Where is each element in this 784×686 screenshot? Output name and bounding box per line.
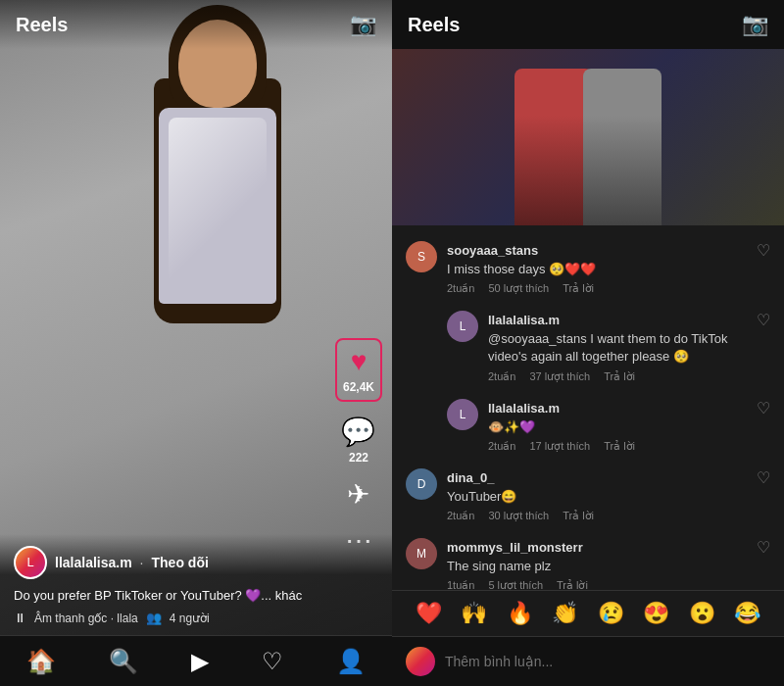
emoji-love[interactable]: 😍	[643, 601, 669, 626]
comment-text: YouTuber😄	[447, 488, 747, 506]
thumb-people	[392, 49, 784, 225]
left-panel: Reels 📷 ♥ 62,4K 💬 222 ✈	[0, 0, 392, 686]
comment-time: 1tuần	[447, 579, 474, 590]
commenter-username[interactable]: llalalalisa.m	[488, 313, 560, 327]
comment-meta: 2tuần 50 lượt thích Trả lời	[447, 282, 747, 295]
reply-button[interactable]: Trả lời	[604, 440, 635, 453]
video-actions: ♥ 62,4K 💬 222 ✈ ⋯	[335, 338, 382, 557]
right-camera-icon[interactable]: 📷	[742, 12, 768, 37]
people-icon: 👥	[146, 611, 162, 625]
comment-meta: 2tuần 30 lượt thích Trả lời	[447, 510, 747, 522]
comment-button[interactable]: 💬 222	[341, 416, 375, 465]
left-title: Reels	[16, 14, 68, 36]
reply-button[interactable]: Trả lời	[604, 370, 635, 383]
comment-body: llalalalisa.m @sooyaaa_stans I want them…	[488, 311, 747, 382]
like-comment-button[interactable]: ♡	[757, 311, 770, 329]
right-title: Reels	[408, 14, 460, 36]
like-comment-button[interactable]: ♡	[757, 241, 770, 260]
commenter-username[interactable]: sooyaaa_stans	[447, 243, 538, 258]
emoji-laugh[interactable]: 😂	[734, 601, 760, 626]
emoji-row: ❤️ 🙌 🔥 👏 😢 😍 😮 😂	[392, 590, 784, 636]
audio-row: ⏸ Âm thanh gốc · llala 👥 4 người	[14, 611, 378, 625]
bottom-nav: 🏠 🔍 ▶ ♡ 👤	[0, 635, 392, 686]
like-comment-button[interactable]: ♡	[757, 538, 770, 557]
comment-body: mommys_lil_monsterr The sing name plz 1t…	[447, 538, 747, 590]
nav-search[interactable]: 🔍	[109, 648, 138, 675]
body-shine	[169, 118, 267, 294]
user-avatar: L	[14, 546, 47, 579]
like-comment-button[interactable]: ♡	[757, 468, 770, 487]
share-button[interactable]: ✈	[347, 478, 369, 511]
reply-button[interactable]: Trả lời	[557, 579, 588, 590]
right-video-thumb	[392, 49, 784, 225]
commenter-avatar: D	[406, 468, 437, 500]
comment-text: The sing name plz	[447, 558, 747, 575]
username-label[interactable]: llalalalisa.m	[55, 555, 132, 570]
emoji-cry[interactable]: 😢	[598, 601, 624, 626]
emoji-fire[interactable]: 🔥	[507, 601, 533, 626]
follow-button[interactable]: Theo dõi	[152, 555, 209, 570]
add-comment-input[interactable]	[445, 654, 770, 669]
add-comment-row	[392, 636, 784, 686]
like-comment-button[interactable]: ♡	[757, 399, 770, 417]
nav-home[interactable]: 🏠	[26, 648, 56, 675]
emoji-wow[interactable]: 😮	[689, 601, 715, 626]
comment-time: 2tuần	[488, 440, 515, 453]
nav-reels[interactable]: ▶	[191, 648, 209, 675]
reply-button[interactable]: Trả lời	[563, 282, 594, 295]
person-body	[159, 108, 276, 304]
thumb-person-1	[514, 69, 593, 225]
thumb-person-2	[583, 69, 662, 225]
comment-meta: 2tuần 37 lượt thích Trả lời	[488, 370, 747, 383]
nav-heart[interactable]: ♡	[262, 648, 283, 675]
comment-likes: 17 lượt thích	[529, 440, 590, 453]
emoji-hands[interactable]: 🙌	[461, 601, 487, 626]
dot-separator: ·	[140, 555, 144, 570]
right-header: Reels 📷	[392, 0, 784, 49]
comment-item: D dina_0_ YouTuber😄 2tuần 30 lượt thích …	[392, 461, 784, 530]
comment-icon: 💬	[341, 416, 375, 448]
commenter-username[interactable]: mommys_lil_monsterr	[447, 540, 583, 555]
nav-profile[interactable]: 👤	[336, 648, 366, 675]
like-button[interactable]: ♥ 62,4K	[335, 338, 382, 402]
comment-likes: 30 lượt thích	[488, 510, 549, 522]
send-icon: ✈	[347, 478, 369, 511]
like-count: 62,4K	[343, 380, 374, 394]
person-figure	[110, 20, 325, 490]
comment-count: 222	[349, 451, 368, 465]
video-overlay: L llalalalisa.m · Theo dõi Do you prefer…	[0, 534, 392, 635]
comment-time: 2tuần	[447, 282, 474, 295]
music-icon: ⏸	[14, 611, 26, 625]
comment-meta: 1tuần 5 lượt thích Trả lời	[447, 579, 747, 590]
people-count: 4 người	[170, 612, 210, 625]
comment-item: S sooyaaa_stans I miss those days 🥺❤️❤️ …	[392, 233, 784, 303]
emoji-clap[interactable]: 👏	[552, 601, 578, 626]
commenter-avatar: L	[447, 311, 478, 342]
camera-icon[interactable]: 📷	[350, 12, 376, 37]
comment-meta: 2tuần 17 lượt thích Trả lời	[488, 440, 747, 453]
reply-button[interactable]: Trả lời	[563, 510, 594, 522]
caption-text: Do you prefer BP TikToker or YouTuber? 💜…	[14, 587, 378, 605]
right-panel: Reels 📷 S sooyaaa_stans I miss those day…	[392, 0, 784, 686]
comment-text: @sooyaaa_stans I want them to do TikTok …	[488, 330, 747, 366]
comment-time: 2tuần	[447, 510, 474, 522]
comment-likes: 37 lượt thích	[529, 370, 590, 383]
left-header: Reels 📷	[0, 0, 392, 49]
user-avatar-comment	[406, 647, 435, 676]
commenter-username[interactable]: dina_0_	[447, 470, 494, 485]
commenter-avatar: S	[406, 241, 437, 272]
comment-item: L llalalalisa.m @sooyaaa_stans I want th…	[433, 303, 784, 390]
comment-body: llalalalisa.m 🐵✨💜 2tuần 17 lượt thích Tr…	[488, 399, 747, 453]
comments-section: S sooyaaa_stans I miss those days 🥺❤️❤️ …	[392, 225, 784, 590]
audio-label: Âm thanh gốc · llala	[34, 612, 138, 625]
video-background: ♥ 62,4K 💬 222 ✈ ⋯ L llalalalisa.m ·	[0, 0, 392, 635]
comment-text: I miss those days 🥺❤️❤️	[447, 261, 747, 278]
commenter-username[interactable]: llalalalisa.m	[488, 401, 560, 416]
user-info-row: L llalalalisa.m · Theo dõi	[14, 546, 378, 579]
comment-body: sooyaaa_stans I miss those days 🥺❤️❤️ 2t…	[447, 241, 747, 295]
heart-icon: ♥	[351, 346, 368, 377]
comment-likes: 5 lượt thích	[488, 579, 543, 590]
comment-time: 2tuần	[488, 370, 515, 383]
comment-body: dina_0_ YouTuber😄 2tuần 30 lượt thích Tr…	[447, 468, 747, 522]
emoji-heart[interactable]: ❤️	[416, 601, 442, 626]
